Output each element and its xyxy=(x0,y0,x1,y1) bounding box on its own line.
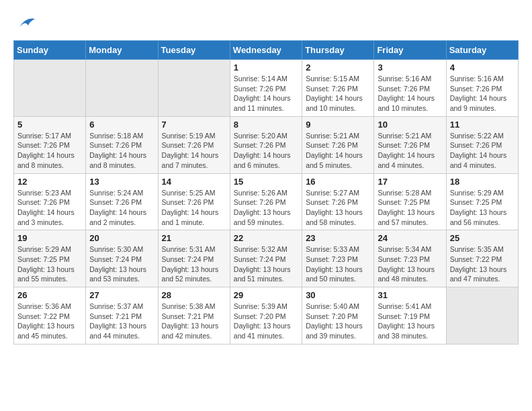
day-number: 13 xyxy=(89,177,154,187)
day-number: 10 xyxy=(378,120,442,130)
calendar-cell: 3Sunrise: 5:16 AM Sunset: 7:26 PM Daylig… xyxy=(374,60,446,117)
day-info: Sunrise: 5:28 AM Sunset: 7:25 PM Dayligh… xyxy=(378,188,442,228)
day-number: 11 xyxy=(450,120,515,130)
day-info: Sunrise: 5:34 AM Sunset: 7:23 PM Dayligh… xyxy=(378,244,442,284)
day-number: 18 xyxy=(450,177,515,187)
day-info: Sunrise: 5:20 AM Sunset: 7:26 PM Dayligh… xyxy=(234,131,298,171)
day-info: Sunrise: 5:21 AM Sunset: 7:26 PM Dayligh… xyxy=(306,131,370,171)
day-info: Sunrise: 5:39 AM Sunset: 7:20 PM Dayligh… xyxy=(234,302,298,341)
day-info: Sunrise: 5:40 AM Sunset: 7:20 PM Dayligh… xyxy=(306,302,370,341)
calendar-week-row: 19Sunrise: 5:29 AM Sunset: 7:25 PM Dayli… xyxy=(14,230,519,287)
calendar-cell: 17Sunrise: 5:28 AM Sunset: 7:25 PM Dayli… xyxy=(374,173,446,230)
day-info: Sunrise: 5:15 AM Sunset: 7:26 PM Dayligh… xyxy=(306,74,370,113)
day-info: Sunrise: 5:35 AM Sunset: 7:22 PM Dayligh… xyxy=(450,244,515,284)
day-number: 3 xyxy=(378,62,442,73)
day-number: 29 xyxy=(234,290,298,300)
calendar-cell: 15Sunrise: 5:26 AM Sunset: 7:26 PM Dayli… xyxy=(230,173,302,230)
calendar-cell: 22Sunrise: 5:32 AM Sunset: 7:24 PM Dayli… xyxy=(230,230,302,287)
day-number: 5 xyxy=(17,120,82,130)
calendar-cell: 7Sunrise: 5:19 AM Sunset: 7:26 PM Daylig… xyxy=(158,116,230,173)
logo xyxy=(13,13,36,34)
calendar-week-row: 12Sunrise: 5:23 AM Sunset: 7:26 PM Dayli… xyxy=(14,173,519,230)
day-number: 23 xyxy=(306,233,370,243)
day-number: 27 xyxy=(89,290,154,300)
weekday-header: Monday xyxy=(86,41,158,60)
calendar-cell: 31Sunrise: 5:41 AM Sunset: 7:19 PM Dayli… xyxy=(374,287,446,345)
weekday-header: Sunday xyxy=(14,41,86,60)
calendar-cell: 23Sunrise: 5:33 AM Sunset: 7:23 PM Dayli… xyxy=(302,230,374,287)
day-number: 21 xyxy=(162,233,226,243)
day-info: Sunrise: 5:29 AM Sunset: 7:25 PM Dayligh… xyxy=(450,188,515,228)
day-number: 12 xyxy=(17,177,82,187)
day-number: 6 xyxy=(89,120,154,130)
day-info: Sunrise: 5:27 AM Sunset: 7:26 PM Dayligh… xyxy=(306,188,370,228)
day-number: 24 xyxy=(378,233,442,243)
day-info: Sunrise: 5:36 AM Sunset: 7:22 PM Dayligh… xyxy=(17,302,82,341)
weekday-header: Tuesday xyxy=(158,41,230,60)
calendar-cell xyxy=(14,60,86,117)
day-info: Sunrise: 5:25 AM Sunset: 7:26 PM Dayligh… xyxy=(162,188,226,228)
calendar-cell xyxy=(446,287,518,345)
calendar-cell: 6Sunrise: 5:18 AM Sunset: 7:26 PM Daylig… xyxy=(86,116,158,173)
day-number: 19 xyxy=(17,233,82,243)
calendar-cell: 9Sunrise: 5:21 AM Sunset: 7:26 PM Daylig… xyxy=(302,116,374,173)
day-info: Sunrise: 5:16 AM Sunset: 7:26 PM Dayligh… xyxy=(378,74,442,113)
day-number: 8 xyxy=(234,120,298,130)
calendar-week-row: 26Sunrise: 5:36 AM Sunset: 7:22 PM Dayli… xyxy=(14,287,519,345)
day-info: Sunrise: 5:32 AM Sunset: 7:24 PM Dayligh… xyxy=(234,244,298,284)
day-info: Sunrise: 5:33 AM Sunset: 7:23 PM Dayligh… xyxy=(306,244,370,284)
weekday-header: Saturday xyxy=(446,41,518,60)
calendar-header-row: SundayMondayTuesdayWednesdayThursdayFrid… xyxy=(14,41,519,60)
day-info: Sunrise: 5:24 AM Sunset: 7:26 PM Dayligh… xyxy=(89,188,154,228)
day-info: Sunrise: 5:14 AM Sunset: 7:26 PM Dayligh… xyxy=(234,74,298,113)
logo-bird-icon xyxy=(16,13,36,34)
day-number: 9 xyxy=(306,120,370,130)
day-number: 26 xyxy=(17,290,82,300)
day-info: Sunrise: 5:29 AM Sunset: 7:25 PM Dayligh… xyxy=(17,244,82,284)
day-number: 17 xyxy=(378,177,442,187)
calendar-cell: 25Sunrise: 5:35 AM Sunset: 7:22 PM Dayli… xyxy=(446,230,518,287)
day-info: Sunrise: 5:23 AM Sunset: 7:26 PM Dayligh… xyxy=(17,188,82,228)
calendar-cell: 5Sunrise: 5:17 AM Sunset: 7:26 PM Daylig… xyxy=(14,116,86,173)
calendar-cell: 26Sunrise: 5:36 AM Sunset: 7:22 PM Dayli… xyxy=(14,287,86,345)
weekday-header: Thursday xyxy=(302,41,374,60)
day-number: 2 xyxy=(306,62,370,73)
day-number: 7 xyxy=(162,120,226,130)
calendar-cell: 29Sunrise: 5:39 AM Sunset: 7:20 PM Dayli… xyxy=(230,287,302,345)
day-number: 14 xyxy=(162,177,226,187)
day-number: 1 xyxy=(234,62,298,73)
calendar-cell xyxy=(158,60,230,117)
calendar-table: SundayMondayTuesdayWednesdayThursdayFrid… xyxy=(13,40,519,345)
day-number: 31 xyxy=(378,290,442,300)
calendar-cell: 4Sunrise: 5:16 AM Sunset: 7:26 PM Daylig… xyxy=(446,60,518,117)
day-number: 16 xyxy=(306,177,370,187)
calendar-cell: 8Sunrise: 5:20 AM Sunset: 7:26 PM Daylig… xyxy=(230,116,302,173)
calendar-cell: 12Sunrise: 5:23 AM Sunset: 7:26 PM Dayli… xyxy=(14,173,86,230)
calendar-cell: 16Sunrise: 5:27 AM Sunset: 7:26 PM Dayli… xyxy=(302,173,374,230)
day-info: Sunrise: 5:16 AM Sunset: 7:26 PM Dayligh… xyxy=(450,74,515,113)
day-info: Sunrise: 5:21 AM Sunset: 7:26 PM Dayligh… xyxy=(378,131,442,171)
weekday-header: Friday xyxy=(374,41,446,60)
day-number: 25 xyxy=(450,233,515,243)
calendar-cell: 20Sunrise: 5:30 AM Sunset: 7:24 PM Dayli… xyxy=(86,230,158,287)
day-number: 4 xyxy=(450,62,515,73)
calendar-cell: 24Sunrise: 5:34 AM Sunset: 7:23 PM Dayli… xyxy=(374,230,446,287)
calendar-cell: 21Sunrise: 5:31 AM Sunset: 7:24 PM Dayli… xyxy=(158,230,230,287)
calendar-week-row: 1Sunrise: 5:14 AM Sunset: 7:26 PM Daylig… xyxy=(14,60,519,117)
day-info: Sunrise: 5:26 AM Sunset: 7:26 PM Dayligh… xyxy=(234,188,298,228)
calendar-cell: 19Sunrise: 5:29 AM Sunset: 7:25 PM Dayli… xyxy=(14,230,86,287)
page-header xyxy=(13,13,519,34)
calendar-cell: 13Sunrise: 5:24 AM Sunset: 7:26 PM Dayli… xyxy=(86,173,158,230)
day-info: Sunrise: 5:41 AM Sunset: 7:19 PM Dayligh… xyxy=(378,302,442,341)
day-info: Sunrise: 5:17 AM Sunset: 7:26 PM Dayligh… xyxy=(17,131,82,171)
calendar-cell: 10Sunrise: 5:21 AM Sunset: 7:26 PM Dayli… xyxy=(374,116,446,173)
day-info: Sunrise: 5:37 AM Sunset: 7:21 PM Dayligh… xyxy=(89,302,154,341)
day-number: 28 xyxy=(162,290,226,300)
calendar-cell: 18Sunrise: 5:29 AM Sunset: 7:25 PM Dayli… xyxy=(446,173,518,230)
day-number: 22 xyxy=(234,233,298,243)
day-number: 15 xyxy=(234,177,298,187)
calendar-cell xyxy=(86,60,158,117)
calendar-cell: 14Sunrise: 5:25 AM Sunset: 7:26 PM Dayli… xyxy=(158,173,230,230)
day-info: Sunrise: 5:18 AM Sunset: 7:26 PM Dayligh… xyxy=(89,131,154,171)
day-number: 30 xyxy=(306,290,370,300)
